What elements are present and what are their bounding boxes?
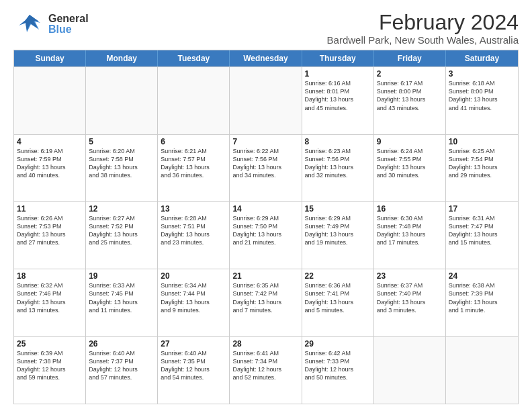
calendar-cell: 29Sunrise: 6:42 AM Sunset: 7:33 PM Dayli… [302, 337, 374, 404]
cell-day-number: 3 [449, 69, 515, 79]
cell-info: Sunrise: 6:25 AM Sunset: 7:54 PM Dayligh… [449, 147, 515, 180]
calendar-cell: 16Sunrise: 6:30 AM Sunset: 7:48 PM Dayli… [374, 202, 446, 269]
calendar-cell: 19Sunrise: 6:33 AM Sunset: 7:45 PM Dayli… [86, 269, 158, 336]
calendar-body: 1Sunrise: 6:16 AM Sunset: 8:01 PM Daylig… [14, 66, 518, 404]
calendar-cell: 21Sunrise: 6:35 AM Sunset: 7:42 PM Dayli… [230, 269, 302, 336]
cell-info: Sunrise: 6:30 AM Sunset: 7:48 PM Dayligh… [377, 214, 443, 247]
cell-day-number: 9 [377, 137, 443, 146]
calendar-cell: 23Sunrise: 6:37 AM Sunset: 7:40 PM Dayli… [374, 269, 446, 336]
cell-day-number: 11 [17, 204, 83, 214]
cell-info: Sunrise: 6:40 AM Sunset: 7:35 PM Dayligh… [161, 349, 226, 382]
cell-day-number: 26 [89, 339, 154, 349]
calendar-header-row: SundayMondayTuesdayWednesdayThursdayFrid… [14, 50, 518, 66]
header-day-saturday: Saturday [446, 50, 518, 66]
cell-info: Sunrise: 6:35 AM Sunset: 7:42 PM Dayligh… [232, 281, 298, 314]
calendar-cell [230, 67, 302, 134]
calendar: SundayMondayTuesdayWednesdayThursdayFrid… [13, 50, 519, 404]
cell-info: Sunrise: 6:31 AM Sunset: 7:47 PM Dayligh… [449, 214, 515, 247]
calendar-cell: 11Sunrise: 6:26 AM Sunset: 7:53 PM Dayli… [14, 202, 86, 269]
cell-day-number: 2 [377, 69, 443, 79]
cell-info: Sunrise: 6:33 AM Sunset: 7:45 PM Dayligh… [89, 281, 154, 314]
header-day-wednesday: Wednesday [230, 50, 302, 66]
calendar-cell: 4Sunrise: 6:19 AM Sunset: 7:59 PM Daylig… [14, 135, 86, 201]
cell-info: Sunrise: 6:34 AM Sunset: 7:44 PM Dayligh… [161, 281, 226, 314]
main-title: February 2024 [327, 11, 519, 34]
cell-day-number: 27 [161, 339, 226, 349]
cell-info: Sunrise: 6:19 AM Sunset: 7:59 PM Dayligh… [17, 147, 83, 180]
header: General Blue February 2024 Bardwell Park… [13, 11, 519, 46]
calendar-cell: 6Sunrise: 6:21 AM Sunset: 7:57 PM Daylig… [158, 135, 230, 201]
cell-info: Sunrise: 6:20 AM Sunset: 7:58 PM Dayligh… [89, 147, 154, 180]
cell-day-number: 14 [232, 204, 298, 214]
cell-info: Sunrise: 6:18 AM Sunset: 8:00 PM Dayligh… [449, 79, 515, 112]
logo-blue-text: Blue [48, 24, 89, 35]
calendar-cell [14, 67, 86, 134]
logo-icon [13, 11, 46, 38]
cell-info: Sunrise: 6:36 AM Sunset: 7:41 PM Dayligh… [305, 281, 371, 314]
cell-info: Sunrise: 6:16 AM Sunset: 8:01 PM Dayligh… [305, 79, 371, 112]
cell-day-number: 8 [305, 137, 371, 146]
cell-info: Sunrise: 6:41 AM Sunset: 7:34 PM Dayligh… [232, 349, 298, 382]
cell-day-number: 15 [305, 204, 371, 214]
svg-marker-1 [20, 15, 39, 31]
cell-day-number: 28 [232, 339, 298, 349]
calendar-cell: 18Sunrise: 6:32 AM Sunset: 7:46 PM Dayli… [14, 269, 86, 336]
calendar-week-2: 4Sunrise: 6:19 AM Sunset: 7:59 PM Daylig… [14, 134, 518, 201]
cell-info: Sunrise: 6:27 AM Sunset: 7:52 PM Dayligh… [89, 214, 154, 247]
header-day-tuesday: Tuesday [158, 50, 230, 66]
calendar-cell: 12Sunrise: 6:27 AM Sunset: 7:52 PM Dayli… [86, 202, 158, 269]
cell-info: Sunrise: 6:23 AM Sunset: 7:56 PM Dayligh… [305, 147, 371, 180]
cell-info: Sunrise: 6:39 AM Sunset: 7:38 PM Dayligh… [17, 349, 83, 382]
cell-info: Sunrise: 6:29 AM Sunset: 7:49 PM Dayligh… [305, 214, 371, 247]
calendar-cell: 3Sunrise: 6:18 AM Sunset: 8:00 PM Daylig… [446, 67, 518, 134]
cell-day-number: 21 [232, 271, 298, 281]
cell-day-number: 23 [377, 271, 443, 281]
cell-info: Sunrise: 6:22 AM Sunset: 7:56 PM Dayligh… [232, 147, 298, 180]
calendar-cell [446, 337, 518, 404]
calendar-cell: 8Sunrise: 6:23 AM Sunset: 7:56 PM Daylig… [302, 135, 374, 201]
logo: General Blue [13, 11, 89, 38]
cell-day-number: 12 [89, 204, 154, 214]
cell-info: Sunrise: 6:28 AM Sunset: 7:51 PM Dayligh… [161, 214, 226, 247]
cell-info: Sunrise: 6:26 AM Sunset: 7:53 PM Dayligh… [17, 214, 83, 247]
cell-day-number: 7 [232, 137, 298, 146]
calendar-cell: 20Sunrise: 6:34 AM Sunset: 7:44 PM Dayli… [158, 269, 230, 336]
calendar-week-3: 11Sunrise: 6:26 AM Sunset: 7:53 PM Dayli… [14, 201, 518, 269]
logo-label: General Blue [48, 13, 89, 35]
cell-day-number: 5 [89, 137, 154, 146]
calendar-cell: 15Sunrise: 6:29 AM Sunset: 7:49 PM Dayli… [302, 202, 374, 269]
header-day-thursday: Thursday [302, 50, 374, 66]
cell-info: Sunrise: 6:29 AM Sunset: 7:50 PM Dayligh… [232, 214, 298, 247]
calendar-cell: 22Sunrise: 6:36 AM Sunset: 7:41 PM Dayli… [302, 269, 374, 336]
cell-info: Sunrise: 6:40 AM Sunset: 7:37 PM Dayligh… [89, 349, 154, 382]
calendar-cell: 5Sunrise: 6:20 AM Sunset: 7:58 PM Daylig… [86, 135, 158, 201]
calendar-week-1: 1Sunrise: 6:16 AM Sunset: 8:01 PM Daylig… [14, 66, 518, 134]
cell-day-number: 1 [305, 69, 371, 79]
cell-day-number: 18 [17, 271, 83, 281]
calendar-cell: 17Sunrise: 6:31 AM Sunset: 7:47 PM Dayli… [446, 202, 518, 269]
calendar-cell [158, 67, 230, 134]
calendar-cell: 25Sunrise: 6:39 AM Sunset: 7:38 PM Dayli… [14, 337, 86, 404]
header-day-sunday: Sunday [14, 50, 86, 66]
cell-info: Sunrise: 6:37 AM Sunset: 7:40 PM Dayligh… [377, 281, 443, 314]
calendar-week-5: 25Sunrise: 6:39 AM Sunset: 7:38 PM Dayli… [14, 336, 518, 404]
calendar-cell: 1Sunrise: 6:16 AM Sunset: 8:01 PM Daylig… [302, 67, 374, 134]
cell-day-number: 17 [449, 204, 515, 214]
header-day-friday: Friday [374, 50, 446, 66]
cell-day-number: 10 [449, 137, 515, 146]
cell-info: Sunrise: 6:38 AM Sunset: 7:39 PM Dayligh… [449, 281, 515, 314]
calendar-cell: 24Sunrise: 6:38 AM Sunset: 7:39 PM Dayli… [446, 269, 518, 336]
calendar-cell: 28Sunrise: 6:41 AM Sunset: 7:34 PM Dayli… [230, 337, 302, 404]
cell-day-number: 4 [17, 137, 83, 146]
cell-day-number: 24 [449, 271, 515, 281]
calendar-cell: 10Sunrise: 6:25 AM Sunset: 7:54 PM Dayli… [446, 135, 518, 201]
cell-day-number: 20 [161, 271, 226, 281]
title-block: February 2024 Bardwell Park, New South W… [327, 11, 519, 46]
calendar-cell [86, 67, 158, 134]
cell-info: Sunrise: 6:17 AM Sunset: 8:00 PM Dayligh… [377, 79, 443, 112]
cell-day-number: 22 [305, 271, 371, 281]
cell-day-number: 16 [377, 204, 443, 214]
cell-day-number: 25 [17, 339, 83, 349]
calendar-week-4: 18Sunrise: 6:32 AM Sunset: 7:46 PM Dayli… [14, 269, 518, 336]
calendar-cell: 26Sunrise: 6:40 AM Sunset: 7:37 PM Dayli… [86, 337, 158, 404]
